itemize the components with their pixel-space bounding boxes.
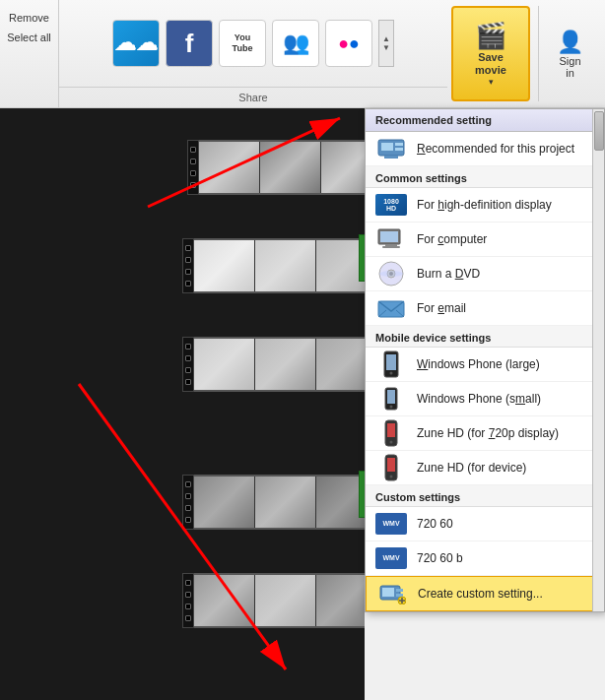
svg-rect-10 [380, 231, 398, 242]
mobile-settings-header: Mobile device settings [366, 326, 604, 348]
main-content: Recommended setting Recommended for this… [0, 108, 605, 700]
hd-text: For high-definition display [417, 198, 552, 212]
dropdown-scrollbar[interactable] [592, 109, 604, 611]
dropdown-menu: Recommended setting Recommended for this… [365, 108, 605, 612]
svg-point-25 [390, 406, 393, 409]
hd-display-item[interactable]: 1080HD For high-definition display [366, 188, 604, 223]
hd-icon: 1080HD [375, 193, 407, 217]
film-sidebar [0, 108, 365, 700]
save-movie-icon: 🎬 [475, 21, 506, 51]
select-all-button[interactable]: Select all [0, 30, 58, 45]
computer-item[interactable]: For computer [366, 223, 604, 257]
custom-720-60-item[interactable]: WMV 720 60 [366, 507, 604, 541]
svg-point-16 [379, 271, 403, 277]
recommended-header: Recommended setting [366, 109, 604, 132]
common-settings-header: Common settings [366, 166, 604, 188]
create-custom-text: Create custom setting... [418, 587, 543, 601]
wp-small-text: Windows Phone (small) [417, 392, 541, 406]
svg-rect-30 [387, 458, 395, 472]
svg-rect-21 [386, 354, 396, 370]
create-custom-setting-item[interactable]: Create custom setting... [366, 576, 604, 611]
svg-rect-11 [385, 244, 397, 246]
flickr-button[interactable]: ●● [325, 20, 372, 67]
custom-720-60-icon: WMV [375, 512, 407, 536]
film-strip-2[interactable] [182, 238, 365, 293]
recommended-icon [375, 137, 407, 160]
zune-hd-device-item[interactable]: Zune HD (for device) [366, 451, 604, 485]
left-panel: Remove Select all [0, 0, 59, 107]
custom-720-60-text: 720 60 [417, 517, 453, 531]
film-strip-3[interactable] [182, 337, 365, 392]
youtube-button[interactable]: YouTube [219, 20, 266, 67]
custom-720-60b-text: 720 60 b [417, 551, 463, 565]
svg-rect-34 [396, 589, 403, 592]
scrollbar-thumb[interactable] [594, 111, 604, 151]
email-icon [375, 296, 407, 320]
svg-rect-6 [381, 143, 393, 151]
custom-settings-header: Custom settings [366, 485, 604, 507]
film-strip-1[interactable] [187, 140, 365, 195]
svg-rect-8 [395, 148, 403, 151]
share-label: Share [59, 87, 447, 107]
remove-button[interactable]: Remove [0, 10, 58, 26]
save-movie-dropdown-arrow: ▾ [489, 77, 494, 87]
dvd-item[interactable]: Burn a DVD [366, 257, 604, 291]
create-custom-icon [376, 582, 408, 605]
svg-rect-27 [387, 423, 395, 437]
email-text: For email [417, 301, 466, 315]
film-strip-4[interactable] [182, 475, 365, 530]
svg-rect-5 [384, 156, 398, 159]
sign-in-label: Signin [559, 55, 580, 79]
svg-rect-33 [382, 588, 394, 597]
save-movie-button[interactable]: 🎬 Savemovie ▾ [451, 6, 530, 101]
facebook-button[interactable]: f [166, 20, 213, 67]
recommended-text: Recommended for this project [417, 142, 574, 156]
film-strip-5[interactable] [182, 573, 365, 628]
sign-in-button[interactable]: 👤 Signin [538, 6, 601, 101]
wp-large-icon [375, 352, 407, 376]
svg-point-28 [390, 441, 393, 444]
svg-rect-24 [387, 390, 395, 404]
wp-small-item[interactable]: Windows Phone (small) [366, 382, 604, 416]
wp-large-text: Windows Phone (large) [417, 357, 540, 371]
sign-in-icon: 👤 [557, 30, 583, 55]
email-item[interactable]: For email [366, 291, 604, 326]
custom-720-60b-icon: WMV [375, 546, 407, 570]
computer-icon [375, 227, 407, 251]
messenger-button[interactable]: 👥 [272, 20, 319, 67]
svg-rect-12 [382, 246, 400, 248]
zune-hd-device-text: Zune HD (for device) [417, 461, 526, 475]
save-movie-label: Savemovie [475, 51, 506, 77]
share-icons-row: ☁ f YouTube 👥 ●● ▲ ▼ [102, 0, 404, 87]
wp-large-item[interactable]: Windows Phone (large) [366, 348, 604, 382]
custom-720-60b-item[interactable]: WMV 720 60 b [366, 541, 604, 576]
share-scroll-down[interactable]: ▲ ▼ [378, 20, 394, 67]
skydrive-button[interactable]: ☁ [112, 20, 160, 67]
wp-small-icon [375, 387, 407, 411]
dvd-icon [375, 262, 407, 286]
svg-point-31 [390, 476, 393, 478]
zune-hd-720-item[interactable]: Zune HD (for 720p display) [366, 416, 604, 451]
zune-hd-720-icon [375, 421, 407, 445]
toolbar: Remove Select all ☁ f YouTube 👥 ●● [0, 0, 605, 108]
dvd-text: Burn a DVD [417, 267, 480, 281]
zune-hd-device-icon [375, 456, 407, 479]
svg-rect-7 [395, 143, 403, 146]
share-area: ☁ f YouTube 👥 ●● ▲ ▼ Share [59, 0, 447, 107]
zune-hd-720-text: Zune HD (for 720p display) [417, 426, 559, 440]
computer-text: For computer [417, 232, 487, 246]
recommended-item[interactable]: Recommended for this project [366, 132, 604, 166]
svg-point-22 [390, 372, 393, 375]
